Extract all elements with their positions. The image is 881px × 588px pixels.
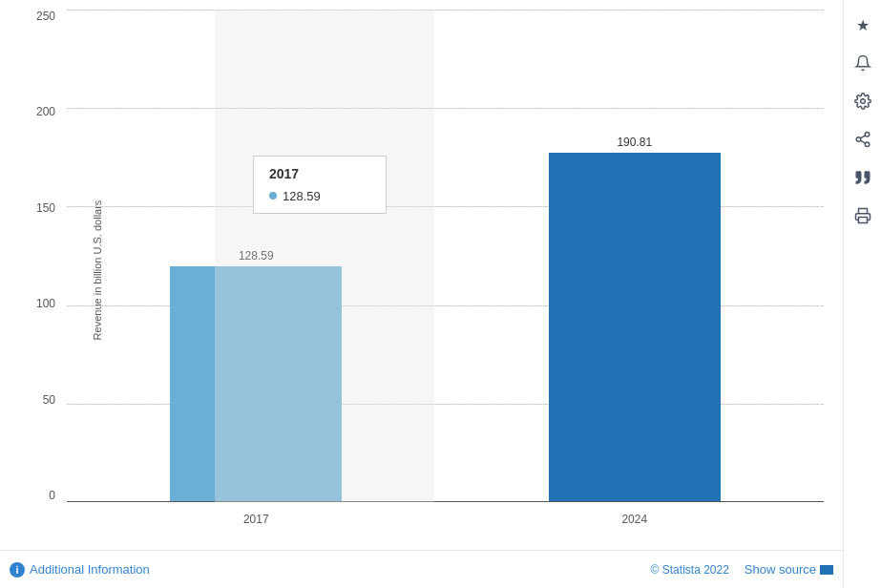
bar-value-2024: 190.81 — [617, 136, 652, 149]
sidebar-icons: ★ — [843, 0, 881, 588]
info-icon: i — [10, 562, 25, 578]
chart-inner: Revenue in billion U.S. dollars 250 200 … — [67, 10, 824, 531]
bars-area: 128.59 190.81 — [67, 10, 824, 502]
svg-rect-6 — [858, 218, 867, 223]
show-source-button[interactable]: Show source — [745, 562, 833, 577]
y-axis: 250 200 150 100 50 0 — [17, 10, 60, 502]
statista-credit: © Statista 2022 — [651, 563, 729, 577]
svg-point-2 — [856, 137, 861, 142]
y-label-50: 50 — [43, 393, 60, 407]
footer-bar: i Additional Information © Statista 2022… — [0, 550, 843, 588]
svg-line-4 — [860, 140, 865, 143]
y-label-200: 200 — [36, 105, 60, 118]
svg-point-1 — [865, 133, 870, 137]
print-button[interactable] — [848, 200, 878, 231]
bell-button[interactable] — [848, 48, 878, 78]
svg-line-5 — [860, 136, 865, 138]
show-source-label: Show source — [745, 562, 816, 577]
bar-2017[interactable] — [170, 266, 342, 502]
svg-point-3 — [865, 142, 870, 147]
star-button[interactable]: ★ — [848, 10, 878, 40]
y-label-250: 250 — [36, 10, 60, 23]
svg-point-0 — [860, 99, 865, 104]
x-label-2024: 2024 — [539, 513, 730, 526]
y-label-0: 0 — [49, 489, 60, 502]
quote-button[interactable] — [848, 162, 878, 193]
y-label-100: 100 — [36, 297, 60, 310]
bar-group-2024: 190.81 — [539, 136, 730, 502]
bar-value-2017: 128.59 — [239, 249, 274, 262]
flag-icon — [820, 565, 833, 575]
additional-info-button[interactable]: i Additional Information — [10, 562, 150, 578]
chart-container: ★ — [0, 0, 881, 588]
bar-group-2017: 128.59 — [160, 249, 351, 502]
additional-info-label: Additional Information — [30, 562, 150, 577]
chart-area: Revenue in billion U.S. dollars 250 200 … — [0, 0, 843, 588]
share-button[interactable] — [848, 124, 878, 155]
x-labels: 2017 2024 — [67, 513, 824, 526]
baseline — [67, 501, 824, 502]
y-label-150: 150 — [36, 201, 60, 215]
gear-button[interactable] — [848, 86, 878, 116]
x-label-2017: 2017 — [160, 513, 351, 526]
bar-2024[interactable] — [549, 153, 721, 502]
